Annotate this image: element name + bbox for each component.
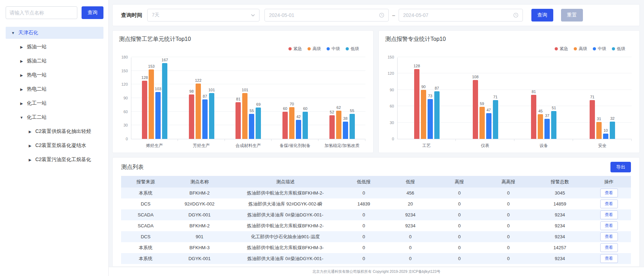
bar[interactable]: 70 — [289, 107, 294, 139]
tree-item[interactable]: ▶C2装置污油至化工烷基化 — [6, 154, 103, 166]
bar[interactable]: 37 — [544, 119, 550, 139]
start-date-input[interactable]: 2024-05-01 — [264, 9, 389, 22]
reset-button[interactable]: 重置 — [561, 9, 583, 22]
y-tick-label: 60 — [124, 110, 128, 114]
view-button[interactable]: 查看 — [600, 200, 618, 208]
caret-right-icon[interactable]: ▶ — [28, 130, 32, 134]
bar[interactable]: 62 — [336, 111, 341, 139]
bar[interactable]: 52 — [329, 115, 335, 139]
view-button[interactable]: 查看 — [600, 243, 618, 252]
bar-value-label: 62 — [336, 105, 341, 110]
caret-right-icon[interactable]: ▶ — [19, 59, 24, 63]
bar[interactable]: 81 — [235, 102, 241, 139]
tree-item[interactable]: ▶热电一站 — [6, 69, 103, 81]
bar[interactable]: 87 — [434, 91, 440, 139]
bar[interactable]: 42 — [296, 120, 301, 139]
query-button[interactable]: 查询 — [531, 9, 553, 22]
bar[interactable]: 101 — [242, 93, 248, 139]
bar[interactable]: 101 — [209, 93, 214, 139]
view-button[interactable]: 查看 — [600, 210, 618, 219]
bar[interactable]: 71 — [493, 100, 498, 139]
table-cell: 0 — [386, 234, 435, 239]
legend-item[interactable]: 高级 — [308, 46, 321, 52]
y-tick-label: 0 — [126, 137, 128, 141]
legend-item[interactable]: 紧急 — [288, 46, 302, 52]
bar[interactable]: 122 — [196, 84, 201, 139]
legend-item[interactable]: 低级 — [612, 46, 625, 52]
bar[interactable]: 71 — [590, 100, 595, 139]
bar[interactable]: 59 — [479, 107, 485, 139]
bar[interactable]: 153 — [149, 69, 154, 139]
legend-item[interactable]: 低级 — [346, 46, 359, 52]
caret-right-icon[interactable]: ▶ — [28, 158, 32, 162]
tree-item[interactable]: ▼化工二站 — [6, 111, 103, 123]
bar[interactable]: 103 — [155, 92, 161, 139]
table-cell: 9234 — [533, 256, 587, 261]
caret-down-icon[interactable]: ▼ — [11, 31, 16, 35]
bar[interactable]: 51 — [551, 111, 556, 139]
caret-right-icon[interactable]: ▶ — [19, 45, 24, 49]
bar[interactable]: 55 — [249, 114, 254, 139]
bar[interactable]: 87 — [202, 99, 208, 139]
bar[interactable]: 45 — [538, 114, 543, 139]
bar[interactable]: 128 — [414, 69, 419, 139]
tree-item[interactable]: ▶C2装置供烷基化抽出轻烃 — [6, 125, 103, 137]
time-range-select[interactable]: 7天 — [147, 9, 260, 22]
legend-item[interactable]: 中级 — [593, 46, 606, 52]
bar[interactable]: 60 — [303, 112, 308, 139]
table-cell: 化工部供中沙石化抽余油901-温度 — [229, 234, 341, 240]
tree-item[interactable]: ▶化工一站 — [6, 97, 103, 109]
tree-item[interactable]: ▶C2装置至烷基化凝结水 — [6, 140, 103, 152]
bar[interactable]: 108 — [473, 80, 478, 139]
bar-chart: 0306090120150128907387108594771814537517… — [385, 57, 632, 153]
export-button[interactable]: 导出 — [610, 162, 631, 172]
legend-dot-icon — [288, 47, 292, 50]
view-button[interactable]: 查看 — [600, 221, 618, 230]
table-cell: 0 — [342, 190, 386, 196]
bar[interactable]: 128 — [142, 81, 147, 139]
tree-item[interactable]: ▼天津石化 — [6, 27, 103, 39]
tree-item[interactable]: ▶炼油一站 — [6, 41, 103, 53]
filter-label: 查询时间 — [121, 12, 142, 19]
tree-item[interactable]: ▶热电二站 — [6, 83, 103, 95]
node-search-input[interactable] — [6, 6, 77, 19]
bar-value-label: 153 — [148, 64, 155, 68]
legend-label: 高级 — [579, 46, 587, 52]
bar-value-label: 128 — [413, 64, 420, 68]
caret-right-icon[interactable]: ▶ — [19, 73, 24, 77]
bar[interactable]: 32 — [610, 122, 615, 139]
view-button[interactable]: 查看 — [600, 232, 618, 241]
bar[interactable]: 47 — [486, 113, 491, 139]
view-button[interactable]: 查看 — [600, 254, 618, 263]
bar[interactable]: 98 — [189, 94, 194, 139]
bar[interactable]: 60 — [282, 112, 288, 139]
caret-right-icon[interactable]: ▶ — [19, 87, 24, 91]
tree-item[interactable]: ▶炼油二站 — [6, 55, 103, 67]
legend-item[interactable]: 高级 — [574, 46, 587, 52]
end-date-input[interactable]: 2024-05-07 — [399, 9, 523, 22]
caret-right-icon[interactable]: ▶ — [28, 144, 32, 148]
bar[interactable]: 73 — [428, 99, 433, 139]
x-category-label: 芳烃生产 — [178, 143, 225, 149]
table-cell: 0 — [484, 234, 533, 239]
caret-right-icon[interactable]: ▶ — [19, 102, 24, 105]
node-search-button[interactable]: 查询 — [82, 6, 103, 19]
bar[interactable]: 81 — [531, 95, 536, 139]
bar[interactable]: 31 — [596, 122, 602, 139]
table-row: 本系统DGYK-001炼油部供大港油库 0#柴油DGYK-001-0000923… — [121, 253, 631, 264]
bar[interactable]: 55 — [350, 114, 355, 139]
bar[interactable]: 10 — [603, 134, 608, 139]
legend-item[interactable]: 中级 — [327, 46, 340, 52]
view-button[interactable]: 查看 — [600, 189, 618, 197]
bar[interactable]: 90 — [421, 90, 426, 139]
column-header: 报警总数 — [533, 179, 587, 185]
bar[interactable]: 69 — [256, 108, 261, 139]
bar[interactable]: 167 — [162, 63, 167, 139]
bar-value-label: 60 — [303, 106, 307, 111]
legend-item[interactable]: 紧急 — [555, 46, 568, 52]
table-cell: DCS — [121, 234, 170, 239]
table-cell: 9234 — [386, 223, 435, 228]
caret-down-icon[interactable]: ▼ — [19, 116, 24, 119]
chart-legend: 紧急高级中级低级 — [119, 46, 359, 52]
bar[interactable]: 38 — [343, 122, 348, 139]
